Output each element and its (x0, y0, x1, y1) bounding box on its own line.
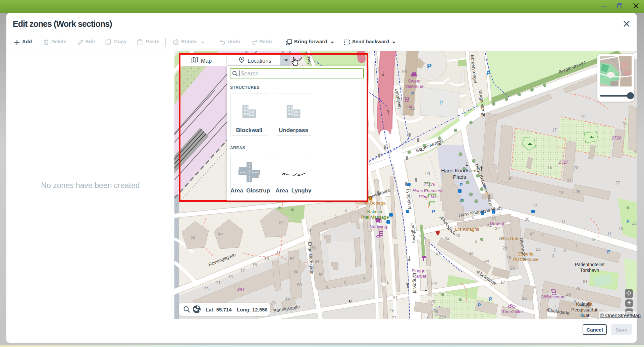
svg-text:6: 6 (344, 280, 346, 285)
svg-text:2728: 2728 (611, 135, 622, 140)
svg-text:12: 12 (533, 204, 537, 208)
svg-text:17: 17 (240, 269, 245, 273)
svg-text:11: 11 (607, 232, 611, 236)
svg-text:5: 5 (561, 294, 564, 299)
svg-text:Gils Deli: Gils Deli (501, 236, 518, 241)
svg-text:9: 9 (508, 176, 511, 181)
svg-text:42: 42 (445, 236, 449, 241)
svg-text:Hans Knudsens: Hans Knudsens (413, 188, 443, 193)
svg-text:Peqqissartut: Peqqissartut (571, 307, 597, 312)
svg-text:15: 15 (252, 263, 257, 267)
svg-text:26: 26 (506, 255, 511, 260)
svg-text:4: 4 (541, 233, 544, 238)
svg-text:29: 29 (436, 251, 441, 256)
svg-text:7: 7 (554, 304, 556, 309)
svg-text:28: 28 (502, 246, 507, 250)
svg-text:Torshavn: Torshavn (580, 268, 599, 273)
svg-text:24: 24 (279, 220, 284, 225)
svg-text:26: 26 (525, 217, 529, 222)
svg-text:8: 8 (326, 286, 328, 290)
svg-text:Dupont: Dupont (490, 221, 504, 226)
svg-text:96: 96 (402, 69, 407, 74)
svg-text:P: P (627, 219, 630, 224)
svg-text:10: 10 (292, 306, 297, 311)
svg-text:1B: 1B (410, 106, 415, 111)
svg-text:P: P (427, 62, 432, 70)
svg-text:P: P (460, 182, 463, 187)
svg-text:Pizza House: Pizza House (513, 257, 539, 262)
svg-text:63: 63 (297, 283, 302, 287)
svg-text:2: 2 (553, 248, 556, 252)
svg-text:21: 21 (216, 281, 221, 285)
svg-text:P: P (607, 249, 610, 254)
svg-text:77: 77 (392, 315, 396, 319)
svg-text:Kalaallit: Kalaallit (576, 301, 592, 307)
svg-text:28: 28 (191, 236, 195, 240)
svg-text:P: P (460, 198, 463, 204)
svg-text:3: 3 (475, 239, 477, 244)
svg-text:Farver: Farver (413, 274, 427, 279)
svg-text:P: P (432, 209, 435, 214)
svg-text:77: 77 (586, 313, 590, 318)
svg-text:20: 20 (271, 301, 276, 305)
svg-text:66: 66 (311, 246, 316, 250)
svg-text:13: 13 (619, 226, 623, 231)
svg-text:1: 1 (486, 273, 488, 277)
svg-text:Plads: Plads (453, 174, 466, 180)
svg-text:29: 29 (634, 151, 637, 155)
svg-text:62: 62 (319, 273, 323, 277)
svg-text:46: 46 (566, 293, 571, 297)
svg-text:27: 27 (615, 181, 620, 185)
svg-text:40: 40 (455, 233, 460, 238)
svg-text:67: 67 (290, 256, 294, 261)
svg-text:5: 5 (472, 215, 474, 220)
svg-text:26: 26 (218, 231, 223, 236)
svg-text:12: 12 (285, 296, 290, 301)
svg-text:23: 23 (574, 165, 578, 170)
svg-text:22: 22 (536, 247, 541, 252)
svg-text:64: 64 (315, 259, 319, 264)
svg-text:13: 13 (559, 190, 564, 195)
svg-text:30: 30 (498, 236, 503, 241)
svg-text:P: P (478, 302, 481, 307)
svg-text:79: 79 (576, 286, 580, 291)
svg-text:41275: 41275 (423, 182, 436, 187)
svg-text:Esperia: Esperia (518, 251, 534, 256)
svg-text:79: 79 (389, 308, 394, 313)
svg-text:24: 24 (510, 266, 515, 271)
svg-text:44: 44 (484, 259, 489, 264)
svg-text:34: 34 (487, 224, 492, 228)
svg-text:17: 17 (500, 280, 505, 285)
svg-text:24: 24 (530, 231, 535, 236)
svg-text:7: 7 (470, 192, 472, 197)
svg-text:Kalasin: Kalasin (367, 209, 382, 214)
svg-text:Li's Kinagrill: Li's Kinagrill (455, 227, 479, 232)
svg-text:25: 25 (576, 189, 580, 194)
svg-text:49: 49 (585, 304, 590, 309)
svg-text:90: 90 (425, 171, 430, 176)
svg-text:65: 65 (293, 269, 298, 274)
svg-text:Thai Massage: Thai Massage (361, 215, 389, 220)
svg-text:P: P (489, 296, 492, 302)
svg-text:31: 31 (623, 122, 627, 126)
svg-text:1: 1 (356, 201, 358, 206)
svg-text:Hans Knudsens: Hans Knudsens (441, 168, 478, 173)
svg-text:1: 1 (386, 280, 389, 285)
svg-text:32: 32 (495, 226, 500, 231)
svg-text:46: 46 (469, 251, 474, 256)
svg-text:23A: 23A (439, 315, 446, 319)
svg-text:2: 2 (370, 265, 372, 269)
svg-text:70: 70 (431, 299, 435, 304)
svg-text:81: 81 (583, 279, 588, 284)
svg-text:21: 21 (567, 179, 572, 183)
svg-text:Sweet: Sweet (408, 78, 421, 83)
svg-text:9: 9 (309, 228, 311, 233)
svg-text:5: 5 (334, 214, 337, 219)
svg-text:19: 19 (581, 114, 586, 119)
svg-text:9: 9 (592, 237, 595, 242)
svg-text:3: 3 (344, 208, 347, 213)
svg-text:23: 23 (204, 287, 209, 291)
svg-text:334: 334 (237, 287, 245, 292)
svg-text:5: 5 (564, 248, 566, 253)
svg-text:Norliving: Norliving (370, 224, 387, 229)
